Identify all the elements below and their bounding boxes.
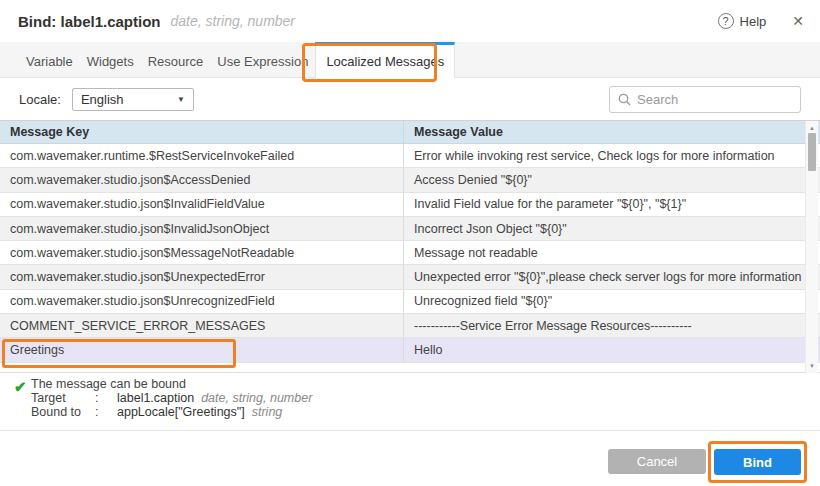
target-value: label1.caption bbox=[117, 391, 194, 405]
bind-status-section: ✔ The message can be bound Target : labe… bbox=[0, 377, 820, 419]
help-link[interactable]: Help bbox=[740, 14, 767, 29]
message-key-cell: com.wavemaker.studio.json$InvalidFieldVa… bbox=[0, 193, 404, 216]
bound-to-label: Bound to bbox=[31, 405, 95, 419]
scrollbar-thumb[interactable] bbox=[808, 133, 816, 171]
message-key-cell: com.wavemaker.studio.json$UnexpectedErro… bbox=[0, 265, 404, 288]
table-row[interactable]: COMMENT_SERVICE_ERROR_MESSAGES----------… bbox=[0, 314, 820, 338]
target-colon: : bbox=[95, 391, 117, 405]
toolbar: Locale: English ▼ bbox=[0, 79, 820, 119]
tab-resource[interactable]: Resource bbox=[141, 42, 211, 77]
table-row[interactable]: com.wavemaker.studio.json$MessageNotRead… bbox=[0, 241, 820, 265]
table-scrollbar[interactable]: ▲ ▼ bbox=[805, 121, 818, 373]
message-key-cell: Greetings bbox=[0, 338, 404, 361]
table-row[interactable]: com.wavemaker.studio.json$UnrecognizedFi… bbox=[0, 290, 820, 314]
scrollbar-down-icon[interactable]: ▼ bbox=[806, 362, 818, 370]
message-value-cell: Hello bbox=[404, 338, 820, 361]
message-value-cell: Access Denied "${0}" bbox=[404, 168, 820, 191]
table-row[interactable]: com.wavemaker.studio.json$AccessDeniedAc… bbox=[0, 168, 820, 192]
message-key-cell: com.wavemaker.runtime.$RestServiceInvoke… bbox=[0, 144, 404, 167]
locale-selected-value: English bbox=[81, 92, 124, 107]
tab-variable[interactable]: Variable bbox=[19, 42, 80, 77]
column-header-message-value[interactable]: Message Value bbox=[404, 121, 820, 143]
message-key-cell: com.wavemaker.studio.json$AccessDenied bbox=[0, 168, 404, 191]
message-key-cell: COMMENT_SERVICE_ERROR_MESSAGES bbox=[0, 314, 404, 337]
dialog-title: Bind: label1.caption bbox=[18, 13, 161, 30]
search-icon bbox=[618, 93, 631, 106]
locale-label: Locale: bbox=[19, 92, 61, 107]
search-input[interactable] bbox=[637, 92, 813, 107]
column-header-message-key[interactable]: Message Key bbox=[0, 121, 404, 143]
dialog-footer: Cancel Bind bbox=[0, 443, 820, 486]
close-icon[interactable]: ✕ bbox=[792, 13, 804, 29]
tab-localized-messages[interactable]: Localized Messages bbox=[315, 42, 455, 78]
bound-to-colon: : bbox=[95, 405, 117, 419]
scrollbar-up-icon[interactable]: ▲ bbox=[806, 124, 818, 132]
message-value-cell: Error while invoking rest service, Check… bbox=[404, 144, 820, 167]
target-row: Target : label1.caption date, string, nu… bbox=[31, 391, 820, 405]
bound-to-row: Bound to : appLocale["Greetings"] string bbox=[31, 405, 820, 419]
message-value-cell: Invalid Field value for the parameter "$… bbox=[404, 193, 820, 216]
locale-select[interactable]: English ▼ bbox=[72, 88, 194, 111]
message-value-cell: Incorrect Json Object "${0}" bbox=[404, 217, 820, 240]
cancel-button[interactable]: Cancel bbox=[608, 449, 706, 474]
dialog-subtitle: date, string, number bbox=[171, 13, 296, 29]
tab-widgets[interactable]: Widgets bbox=[80, 42, 141, 77]
message-key-cell: com.wavemaker.studio.json$InvalidJsonObj… bbox=[0, 217, 404, 240]
message-key-cell: com.wavemaker.studio.json$UnrecognizedFi… bbox=[0, 290, 404, 313]
table-body: com.wavemaker.runtime.$RestServiceInvoke… bbox=[0, 144, 820, 363]
message-value-cell: Unrecognized field "${0}" bbox=[404, 290, 820, 313]
table-row[interactable]: com.wavemaker.runtime.$RestServiceInvoke… bbox=[0, 144, 820, 168]
bound-to-type-hint: string bbox=[252, 405, 283, 419]
message-value-cell: Message not readable bbox=[404, 241, 820, 264]
bound-to-value: appLocale["Greetings"] bbox=[117, 405, 245, 419]
status-message: The message can be bound bbox=[31, 377, 820, 391]
help-icon[interactable]: ? bbox=[718, 13, 734, 29]
target-label: Target bbox=[31, 391, 95, 405]
table-header-row: Message Key Message Value bbox=[0, 121, 820, 144]
message-key-cell: com.wavemaker.studio.json$MessageNotRead… bbox=[0, 241, 404, 264]
tab-bar: VariableWidgetsResourceUse ExpressionLoc… bbox=[0, 42, 820, 78]
table-row[interactable]: com.wavemaker.studio.json$InvalidJsonObj… bbox=[0, 217, 820, 241]
message-value-cell: -----------Service Error Message Resourc… bbox=[404, 314, 820, 337]
success-check-icon: ✔ bbox=[14, 378, 27, 396]
search-box[interactable] bbox=[609, 86, 801, 113]
message-value-cell: Unexpected error "${0}",please check ser… bbox=[404, 265, 820, 288]
tab-use-expression[interactable]: Use Expression bbox=[210, 42, 315, 77]
table-row[interactable]: com.wavemaker.studio.json$InvalidFieldVa… bbox=[0, 193, 820, 217]
target-type-hint: date, string, number bbox=[201, 391, 312, 405]
messages-table: Message Key Message Value com.wavemaker.… bbox=[0, 120, 820, 373]
table-row[interactable]: com.wavemaker.studio.json$UnexpectedErro… bbox=[0, 265, 820, 289]
table-row[interactable]: GreetingsHello bbox=[0, 338, 820, 362]
bind-button[interactable]: Bind bbox=[714, 449, 801, 475]
dialog-header: Bind: label1.caption date, string, numbe… bbox=[0, 0, 820, 42]
footer-divider bbox=[0, 430, 820, 431]
chevron-down-icon: ▼ bbox=[177, 95, 185, 104]
